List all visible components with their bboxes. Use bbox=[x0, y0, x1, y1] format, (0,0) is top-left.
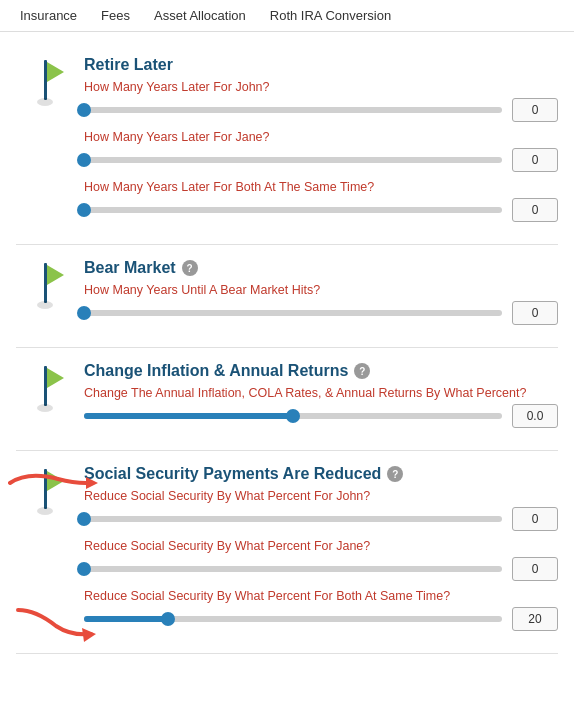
social-john-slider-row: 0 bbox=[84, 507, 558, 531]
svg-marker-9 bbox=[86, 477, 98, 489]
retire-john-slider-row: 0 bbox=[84, 98, 558, 122]
red-arrow-top bbox=[8, 469, 98, 500]
retire-both-label: How Many Years Later For Both At The Sam… bbox=[84, 180, 558, 194]
social-jane-slider-container bbox=[84, 566, 502, 572]
retire-both-slider-container bbox=[84, 207, 502, 213]
social-security-content: Social Security Payments Are Reduced ? R… bbox=[76, 465, 558, 639]
inflation-content: Change Inflation & Annual Returns ? Chan… bbox=[76, 362, 558, 436]
red-arrow-bottom bbox=[16, 606, 106, 645]
social-john-value: 0 bbox=[512, 507, 558, 531]
inflation-slider-container bbox=[84, 413, 502, 419]
retire-john-slider-container bbox=[84, 107, 502, 113]
retire-john-label: How Many Years Later For John? bbox=[84, 80, 558, 94]
social-security-section: Social Security Payments Are Reduced ? R… bbox=[16, 451, 558, 654]
retire-john-thumb[interactable] bbox=[77, 103, 91, 117]
social-jane-row: Reduce Social Security By What Percent F… bbox=[84, 539, 558, 581]
social-jane-label: Reduce Social Security By What Percent F… bbox=[84, 539, 558, 553]
social-both-thumb[interactable] bbox=[161, 612, 175, 626]
social-both-slider-row: 20 bbox=[84, 607, 558, 631]
retire-jane-value: 0 bbox=[512, 148, 558, 172]
bear-market-slider-container bbox=[84, 310, 502, 316]
retire-john-value: 0 bbox=[512, 98, 558, 122]
retire-jane-slider-track[interactable] bbox=[84, 157, 502, 163]
retire-jane-row: How Many Years Later For Jane? 0 bbox=[84, 130, 558, 172]
retire-later-content: Retire Later How Many Years Later For Jo… bbox=[76, 56, 558, 230]
retire-both-slider-row: 0 bbox=[84, 198, 558, 222]
inflation-help-icon[interactable]: ? bbox=[354, 363, 370, 379]
social-john-slider-container bbox=[84, 516, 502, 522]
inflation-section: Change Inflation & Annual Returns ? Chan… bbox=[16, 348, 558, 451]
inflation-slider-track[interactable] bbox=[84, 413, 502, 419]
bear-market-q1-row: How Many Years Until A Bear Market Hits?… bbox=[84, 283, 558, 325]
social-both-label: Reduce Social Security By What Percent F… bbox=[84, 589, 558, 603]
svg-rect-3 bbox=[44, 263, 47, 303]
nav-fees[interactable]: Fees bbox=[89, 0, 142, 32]
bear-market-slider-track[interactable] bbox=[84, 310, 502, 316]
social-both-slider-container bbox=[84, 616, 502, 622]
retire-jane-label: How Many Years Later For Jane? bbox=[84, 130, 558, 144]
social-both-row: Reduce Social Security By What Percent F… bbox=[84, 589, 558, 631]
main-content: Retire Later How Many Years Later For Jo… bbox=[0, 32, 574, 664]
svg-marker-4 bbox=[47, 265, 64, 285]
retire-jane-slider-row: 0 bbox=[84, 148, 558, 172]
nav-asset-allocation[interactable]: Asset Allocation bbox=[142, 0, 258, 32]
retire-both-value: 0 bbox=[512, 198, 558, 222]
social-both-value: 20 bbox=[512, 607, 558, 631]
retire-later-title: Retire Later bbox=[84, 56, 558, 74]
bear-market-section: Bear Market ? How Many Years Until A Bea… bbox=[16, 245, 558, 348]
bear-market-help-icon[interactable]: ? bbox=[182, 260, 198, 276]
social-security-title: Social Security Payments Are Reduced ? bbox=[84, 465, 558, 483]
svg-marker-7 bbox=[47, 368, 64, 388]
retire-jane-slider-container bbox=[84, 157, 502, 163]
inflation-q1-label: Change The Annual Inflation, COLA Rates,… bbox=[84, 386, 558, 400]
retire-john-row: How Many Years Later For John? 0 bbox=[84, 80, 558, 122]
section-icon-bear bbox=[16, 259, 76, 317]
social-both-slider-track[interactable] bbox=[84, 616, 502, 622]
retire-jane-thumb[interactable] bbox=[77, 153, 91, 167]
section-icon-retire bbox=[16, 56, 76, 114]
svg-point-8 bbox=[37, 404, 53, 412]
bear-market-content: Bear Market ? How Many Years Until A Bea… bbox=[76, 259, 558, 333]
retire-both-row: How Many Years Later For Both At The Sam… bbox=[84, 180, 558, 222]
social-john-row: Reduce Social Security By What Percent F… bbox=[84, 489, 558, 531]
social-john-slider-track[interactable] bbox=[84, 516, 502, 522]
inflation-value: 0.0 bbox=[512, 404, 558, 428]
inflation-thumb[interactable] bbox=[286, 409, 300, 423]
svg-point-2 bbox=[37, 98, 53, 106]
retire-both-slider-track[interactable] bbox=[84, 207, 502, 213]
svg-marker-1 bbox=[47, 62, 64, 82]
bear-market-title: Bear Market ? bbox=[84, 259, 558, 277]
retire-later-section: Retire Later How Many Years Later For Jo… bbox=[16, 42, 558, 245]
social-jane-slider-track[interactable] bbox=[84, 566, 502, 572]
bear-market-thumb[interactable] bbox=[77, 306, 91, 320]
retire-john-slider-track[interactable] bbox=[84, 107, 502, 113]
inflation-title: Change Inflation & Annual Returns ? bbox=[84, 362, 558, 380]
nav-roth-conversion[interactable]: Roth IRA Conversion bbox=[258, 0, 403, 32]
social-jane-value: 0 bbox=[512, 557, 558, 581]
svg-point-12 bbox=[37, 507, 53, 515]
svg-point-5 bbox=[37, 301, 53, 309]
navbar: Insurance Fees Asset Allocation Roth IRA… bbox=[0, 0, 574, 32]
social-jane-slider-row: 0 bbox=[84, 557, 558, 581]
bear-market-q1-label: How Many Years Until A Bear Market Hits? bbox=[84, 283, 558, 297]
section-icon-inflation bbox=[16, 362, 76, 420]
inflation-q1-row: Change The Annual Inflation, COLA Rates,… bbox=[84, 386, 558, 428]
svg-rect-6 bbox=[44, 366, 47, 406]
social-john-label: Reduce Social Security By What Percent F… bbox=[84, 489, 558, 503]
social-jane-thumb[interactable] bbox=[77, 562, 91, 576]
social-john-thumb[interactable] bbox=[77, 512, 91, 526]
inflation-slider-row: 0.0 bbox=[84, 404, 558, 428]
social-security-help-icon[interactable]: ? bbox=[387, 466, 403, 482]
nav-insurance[interactable]: Insurance bbox=[8, 0, 89, 32]
bear-market-value: 0 bbox=[512, 301, 558, 325]
bear-market-slider-row: 0 bbox=[84, 301, 558, 325]
svg-rect-0 bbox=[44, 60, 47, 100]
retire-both-thumb[interactable] bbox=[77, 203, 91, 217]
svg-marker-13 bbox=[82, 628, 96, 642]
